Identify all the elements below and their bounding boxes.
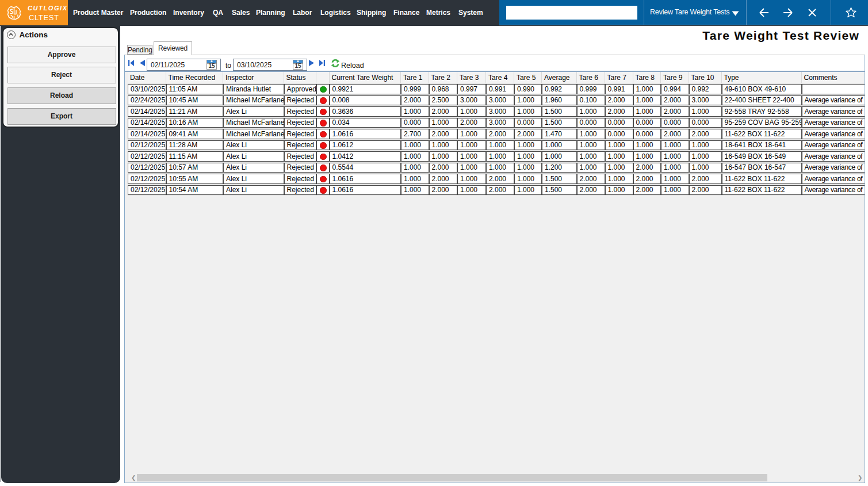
svg-text:15: 15 xyxy=(208,63,215,69)
svg-text:15: 15 xyxy=(295,63,301,69)
